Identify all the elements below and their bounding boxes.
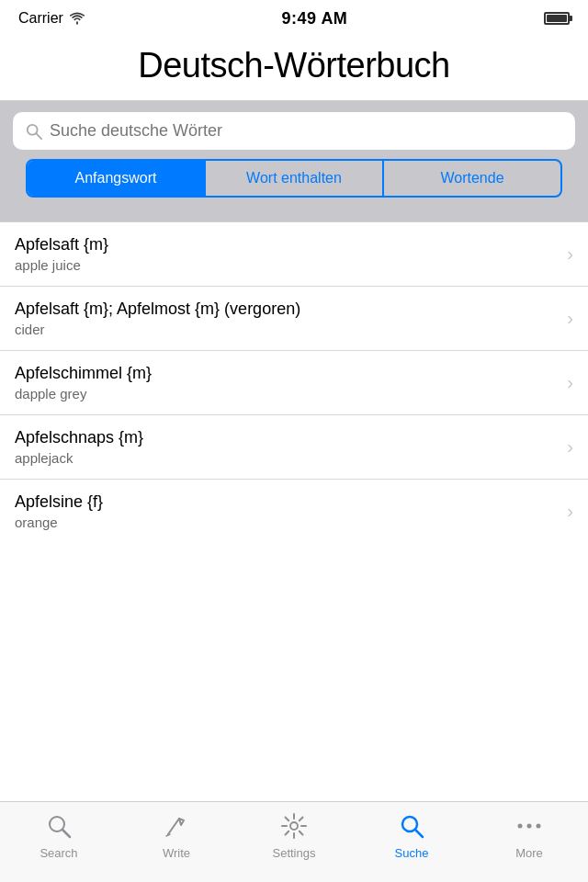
word-german: Apfelschnaps {m} bbox=[15, 428, 558, 447]
battery-indicator bbox=[544, 12, 570, 25]
search-input[interactable] bbox=[50, 121, 562, 141]
more-tab-icon bbox=[513, 809, 546, 842]
chevron-right-icon: › bbox=[567, 501, 573, 522]
more-tab-label: More bbox=[515, 846, 543, 860]
battery-icon bbox=[544, 12, 570, 25]
svg-line-12 bbox=[300, 831, 303, 835]
write-tab-icon bbox=[160, 809, 193, 842]
word-german: Apfelschimmel {m} bbox=[15, 364, 558, 383]
word-german: Apfelsine {f} bbox=[15, 492, 558, 512]
segment-anfangswort[interactable]: Anfangswort bbox=[28, 161, 206, 196]
write-tab-label: Write bbox=[163, 846, 190, 860]
svg-point-17 bbox=[518, 824, 523, 829]
chevron-right-icon: › bbox=[567, 372, 573, 393]
svg-point-18 bbox=[527, 824, 532, 829]
suche-tab-icon bbox=[395, 809, 428, 842]
tab-search[interactable]: Search bbox=[0, 809, 118, 860]
search-input-wrap[interactable] bbox=[13, 112, 575, 150]
tab-settings[interactable]: Settings bbox=[235, 809, 353, 860]
word-list-item-1[interactable]: Apfelsaft {m}; Apfelmost {m} (vergoren) … bbox=[0, 287, 588, 351]
svg-point-6 bbox=[290, 822, 298, 830]
word-english: applejack bbox=[15, 450, 558, 466]
svg-line-4 bbox=[168, 819, 179, 834]
word-list-item-4[interactable]: Apfelsine {f} orange › bbox=[0, 480, 588, 543]
word-english: dapple grey bbox=[15, 386, 558, 401]
wifi-icon bbox=[69, 12, 85, 25]
svg-point-0 bbox=[28, 124, 38, 134]
carrier-label: Carrier bbox=[18, 10, 63, 27]
tab-write[interactable]: Write bbox=[118, 809, 235, 860]
svg-line-16 bbox=[415, 830, 423, 837]
svg-line-11 bbox=[286, 818, 289, 821]
word-german: Apfelsaft {m}; Apfelmost {m} (vergoren) bbox=[15, 300, 558, 319]
app-title: Deutsch-Wörterbuch bbox=[18, 46, 570, 85]
search-area: Anfangswort Wort enthalten Wortende bbox=[0, 101, 588, 221]
word-list-item-2[interactable]: Apfelschimmel {m} dapple grey › bbox=[0, 351, 588, 415]
status-time: 9:49 AM bbox=[282, 9, 348, 28]
status-bar: Carrier 9:49 AM bbox=[0, 0, 588, 37]
svg-line-5 bbox=[166, 834, 170, 836]
word-list-item-3[interactable]: Apfelschnaps {m} applejack › bbox=[0, 415, 588, 480]
chevron-right-icon: › bbox=[567, 243, 573, 265]
segment-wortende[interactable]: Wortende bbox=[384, 161, 560, 196]
segment-control: Anfangswort Wort enthalten Wortende bbox=[26, 159, 562, 198]
search-tab-icon bbox=[42, 809, 75, 842]
suche-tab-label: Suche bbox=[395, 846, 429, 860]
svg-point-19 bbox=[537, 824, 541, 829]
search-magnifier-icon bbox=[26, 123, 42, 140]
svg-line-13 bbox=[300, 818, 303, 821]
tab-suche[interactable]: Suche bbox=[353, 809, 470, 860]
word-text-block: Apfelschimmel {m} dapple grey bbox=[15, 364, 558, 401]
chevron-right-icon: › bbox=[567, 308, 573, 329]
segment-wort-enthalten[interactable]: Wort enthalten bbox=[206, 161, 384, 196]
word-text-block: Apfelsaft {m}; Apfelmost {m} (vergoren) … bbox=[15, 300, 558, 337]
tab-more[interactable]: More bbox=[470, 809, 588, 860]
word-text-block: Apfelsine {f} orange bbox=[15, 492, 558, 530]
svg-line-3 bbox=[62, 830, 70, 837]
word-german: Apfelsaft {m} bbox=[15, 235, 558, 254]
word-english: orange bbox=[15, 514, 558, 530]
word-english: apple juice bbox=[15, 257, 558, 273]
app-title-bar: Deutsch-Wörterbuch bbox=[0, 37, 588, 101]
settings-tab-label: Settings bbox=[273, 846, 316, 860]
search-tab-label: Search bbox=[40, 846, 77, 860]
carrier-wifi: Carrier bbox=[18, 10, 85, 27]
svg-line-14 bbox=[286, 831, 289, 835]
tab-bar: Search Write Settings bbox=[0, 801, 588, 882]
word-text-block: Apfelschnaps {m} applejack bbox=[15, 428, 558, 466]
word-english: cider bbox=[15, 322, 558, 337]
settings-tab-icon bbox=[277, 809, 311, 842]
svg-line-1 bbox=[37, 133, 41, 138]
word-list-item-0[interactable]: Apfelsaft {m} apple juice › bbox=[0, 222, 588, 287]
chevron-right-icon: › bbox=[567, 436, 573, 458]
word-text-block: Apfelsaft {m} apple juice bbox=[15, 235, 558, 273]
word-list: Apfelsaft {m} apple juice › Apfelsaft {m… bbox=[0, 221, 588, 828]
